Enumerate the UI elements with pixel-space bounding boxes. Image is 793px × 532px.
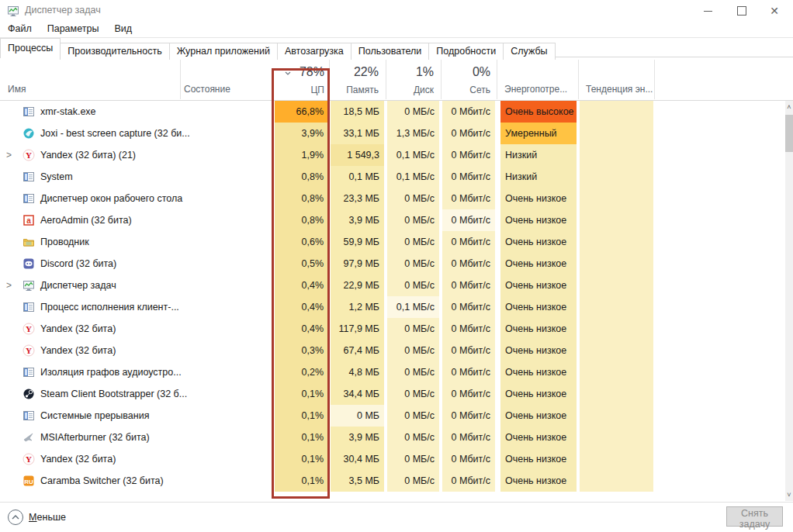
power-trend-cell [580, 470, 653, 492]
memory-total-percent: 22% [354, 65, 379, 79]
process-name: Yandex (32 бита) (21) [40, 144, 136, 166]
column-separator[interactable] [578, 60, 579, 99]
table-row[interactable]: Процесс исполнения клиент-...0,4%1,2 МБ0… [0, 296, 785, 318]
cpu-cell: 0,8% [275, 209, 328, 231]
default-exe-icon [23, 301, 35, 313]
svg-text:Y: Y [26, 454, 32, 464]
column-separator[interactable] [497, 60, 497, 99]
power-trend-cell [580, 318, 653, 340]
scroll-up-icon[interactable]: ˄ [785, 101, 793, 113]
power-trend-cell [580, 361, 653, 383]
table-row[interactable]: Изоляция графов аудиоустро...0,2%4,8 МБ0… [0, 361, 785, 383]
fewer-details-button[interactable]: Меньше [8, 510, 66, 525]
taskmgr-icon [23, 279, 35, 292]
header-power-trend[interactable]: Тенденция эн... [586, 84, 653, 95]
process-name: MSIAfterburner (32 бита) [40, 427, 150, 448]
cpu-cell: 1,9% [275, 144, 328, 166]
table-row[interactable]: Диспетчер окон рабочего стола0,8%23,3 МБ… [0, 188, 785, 209]
minimize-button[interactable] [691, 0, 725, 22]
disk-cell: 0 МБ/с [387, 101, 439, 123]
expand-chevron-icon[interactable]: > [6, 275, 17, 296]
sort-descending-icon [282, 68, 293, 79]
power-usage-cell: Очень низкое [500, 231, 577, 253]
table-row[interactable]: YYandex (32 бита)0,3%67,4 МБ0 МБ/с0 Мбит… [0, 340, 785, 361]
table-row[interactable]: YYandex (32 бита)0,4%117,9 МБ0 МБ/с0 Мби… [0, 318, 785, 340]
header-network[interactable]: 0% Сеть [441, 57, 495, 101]
memory-cell: 34,4 МБ [331, 383, 384, 405]
menu-item-2[interactable]: Вид [106, 22, 140, 36]
table-row[interactable]: System0,8%0,1 МБ0,1 МБ/с0 Мбит/сНизкий [0, 166, 785, 188]
task-manager-window: Диспетчер задач ✕ ФайлПараметрыВид Проце… [0, 0, 793, 532]
column-separator[interactable] [654, 60, 655, 99]
disk-cell: 0 МБ/с [387, 405, 439, 427]
header-cpu[interactable]: 78% ЦП [273, 57, 329, 101]
power-trend-cell [580, 383, 653, 405]
table-row[interactable]: MSIAfterburner (32 бита)0,1%3,9 МБ0 МБ/с… [0, 427, 785, 448]
memory-cell: 97,9 МБ [331, 253, 384, 275]
process-name: Проводник [40, 231, 89, 253]
cpu-cell: 0,3% [275, 340, 328, 361]
tab-0[interactable]: Процессы [0, 38, 61, 58]
expand-chevron-icon[interactable]: > [6, 144, 17, 166]
power-usage-cell: Очень низкое [500, 318, 577, 340]
table-row[interactable]: aAeroAdmin (32 бита)0,8%3,9 МБ0 МБ/с0 Мб… [0, 209, 785, 231]
table-row[interactable]: >Диспетчер задач0,4%22,9 МБ0 МБ/с0 Мбит/… [0, 275, 785, 296]
power-trend-cell [580, 209, 653, 231]
network-cell: 0 Мбит/с [442, 188, 495, 209]
table-row[interactable]: Joxi - best screen capture (32 би...3,9%… [0, 123, 785, 144]
tab-bar: ПроцессыПроизводительностьЖурнал приложе… [0, 38, 793, 57]
vertical-scrollbar[interactable]: ˄ ˅ [785, 101, 793, 501]
close-button[interactable]: ✕ [757, 0, 791, 22]
header-memory[interactable]: 22% Память [329, 57, 383, 101]
end-task-button[interactable]: Снять задачу [726, 506, 783, 527]
column-separator[interactable] [180, 60, 181, 99]
table-row[interactable]: xmr-stak.exe66,8%18,5 МБ0 МБ/с0 Мбит/сОч… [0, 101, 785, 123]
table-row[interactable]: Проводник0,6%59,9 МБ0 МБ/с0 Мбит/сОчень … [0, 231, 785, 253]
network-cell: 0 Мбит/с [442, 318, 495, 340]
memory-cell: 3,9 МБ [331, 209, 384, 231]
discord-icon [23, 257, 35, 270]
header-status[interactable]: Состояние [184, 84, 230, 95]
power-usage-cell: Умеренный [500, 123, 577, 144]
chevron-up-circle-icon [8, 510, 23, 525]
disk-cell: 0 МБ/с [387, 361, 439, 383]
disk-cell: 0,1 МБ/с [387, 166, 439, 188]
network-cell: 0 Мбит/с [442, 231, 495, 253]
disk-total-percent: 1% [416, 65, 434, 79]
header-disk[interactable]: 1% Диск [386, 57, 438, 101]
scrollbar-thumb[interactable] [785, 115, 793, 152]
header-power[interactable]: Энергопотре... [504, 84, 567, 95]
cpu-cell: 0,1% [275, 448, 328, 470]
power-trend-cell [580, 296, 653, 318]
table-row[interactable]: Discord (32 бита)0,5%97,9 МБ0 МБ/с0 Мбит… [0, 253, 785, 275]
default-exe-icon [23, 171, 35, 183]
cpu-cell: 0,4% [275, 318, 328, 340]
memory-cell: 0 МБ [331, 405, 384, 427]
header-name[interactable]: Имя [8, 84, 26, 95]
cpu-cell: 0,1% [275, 427, 328, 448]
table-row[interactable]: Steam Client Bootstrapper (32 б...0,1%34… [0, 383, 785, 405]
menu-item-1[interactable]: Параметры [40, 22, 107, 36]
process-name: Диспетчер окон рабочего стола [40, 188, 182, 209]
svg-text:a: a [26, 216, 31, 225]
memory-cell: 67,4 МБ [331, 340, 384, 361]
scroll-down-icon[interactable]: ˅ [785, 489, 793, 501]
cpu-cell: 0,1% [275, 470, 328, 492]
menu-item-0[interactable]: Файл [0, 22, 40, 36]
default-exe-icon [23, 105, 35, 118]
disk-cell: 0 МБ/с [387, 188, 439, 209]
disk-cell: 0 МБ/с [387, 209, 439, 231]
table-row[interactable]: >YYandex (32 бита) (21)1,9%1 549,3 МБ0,1… [0, 144, 785, 166]
table-row[interactable]: YYandex (32 бита)0,1%30,4 МБ0 МБ/с0 Мбит… [0, 448, 785, 470]
network-cell: 0 Мбит/с [442, 405, 495, 427]
table-row[interactable]: RUCaramba Switcher (32 бита)0,1%3,5 МБ0 … [0, 470, 785, 492]
maximize-button[interactable] [725, 0, 759, 22]
power-usage-cell: Очень низкое [500, 427, 577, 448]
power-trend-cell [580, 123, 653, 144]
network-cell: 0 Мбит/с [442, 275, 495, 296]
power-trend-cell [580, 144, 653, 166]
process-name: Yandex (32 бита) [40, 448, 116, 470]
steam-icon [23, 388, 35, 400]
cpu-cell: 0,8% [275, 188, 328, 209]
table-row[interactable]: Системные прерывания0,1%0 МБ0 МБ/с0 Мбит… [0, 405, 785, 427]
